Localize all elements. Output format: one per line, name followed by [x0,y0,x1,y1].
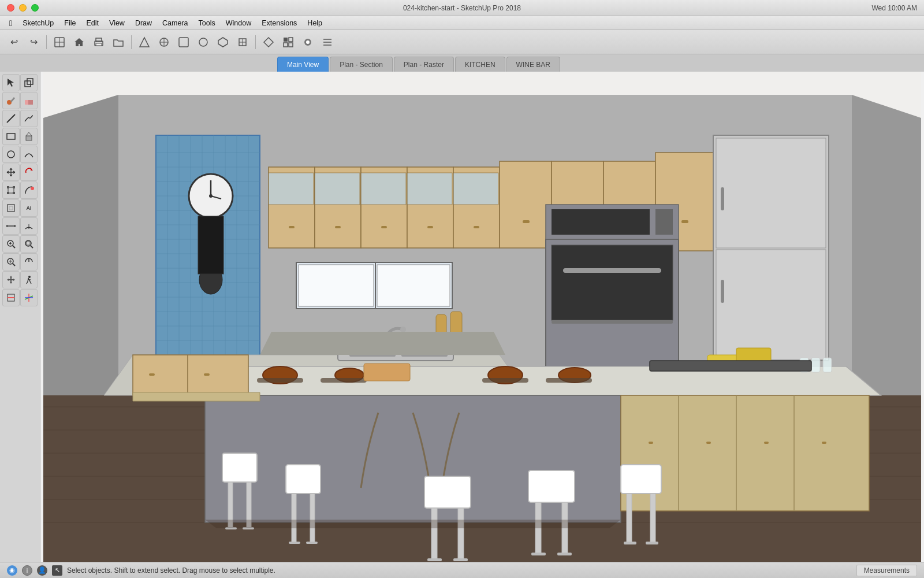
svg-marker-6 [140,38,149,47]
svg-rect-78 [289,226,295,228]
svg-rect-25 [7,134,15,139]
toolbar-btn10[interactable] [279,33,297,51]
tool-paint[interactable] [2,92,20,109]
menu-view[interactable]: View [105,18,129,28]
svg-rect-97 [552,245,673,320]
menu-help[interactable]: Help [303,18,327,28]
tab-main-view[interactable]: Main View [277,57,329,72]
svg-rect-5 [96,43,102,46]
tool-move[interactable] [2,164,20,181]
tool-section[interactable] [2,289,20,306]
svg-rect-82 [474,226,479,228]
svg-point-18 [306,40,310,44]
menu-edit[interactable]: Edit [81,18,103,28]
svg-rect-180 [321,378,367,383]
toolbar: ↩ ↪ [0,30,924,54]
menu-file[interactable]: File [59,18,80,28]
apple-menu[interactable]:  [5,17,17,29]
svg-rect-98 [563,268,661,273]
toolbar-btn4[interactable] [155,33,173,51]
svg-rect-164 [453,558,468,561]
svg-rect-181 [482,378,528,383]
toolbar-undo[interactable]: ↩ [5,33,23,51]
svg-rect-173 [624,542,636,544]
tool-prev-next[interactable] [20,253,38,271]
menu-window[interactable]: Window [221,18,256,28]
viewport[interactable] [40,72,924,562]
tool-tape[interactable] [2,217,20,235]
tool-zoom-window[interactable] [20,235,38,253]
tool-freehand[interactable] [20,110,38,127]
svg-marker-199 [133,392,260,401]
svg-rect-163 [427,558,442,561]
tool-axis[interactable] [20,289,38,306]
tab-plan-section[interactable]: Plan - Section [330,57,393,72]
svg-rect-146 [649,442,653,444]
tool-followme[interactable] [20,181,38,199]
tool-line[interactable] [2,110,20,127]
toolbar-newmodel[interactable] [50,33,69,51]
tool-select[interactable] [2,74,20,91]
tool-arc[interactable] [20,146,38,163]
menu-sketchup[interactable]: SketchUp [18,18,58,28]
toolbar-btn11[interactable] [299,33,317,51]
toolbar-open[interactable] [109,33,128,51]
tab-wine-bar[interactable]: WINE BAR [506,57,560,72]
svg-rect-76 [407,173,452,205]
menu-camera[interactable]: Camera [158,18,192,28]
toolbar-btn7[interactable] [214,33,232,51]
toolbar-btn9[interactable] [259,33,278,51]
svg-rect-147 [706,442,711,444]
svg-rect-32 [7,192,9,194]
toolbar-btn3[interactable] [135,33,154,51]
tool-component[interactable] [20,74,38,91]
close-button[interactable] [7,4,14,12]
toolbar-btn6[interactable] [194,33,213,51]
svg-rect-83 [500,161,552,248]
tool-zoom-extents[interactable] [2,253,20,271]
toolbar-home[interactable] [70,33,88,51]
toolbar-redo[interactable]: ↪ [24,33,43,51]
tool-push-pull[interactable] [20,128,38,145]
svg-rect-35 [8,205,14,212]
svg-rect-90 [681,220,688,223]
tool-protractor[interactable] [20,217,38,235]
tool-walk[interactable] [20,271,38,288]
tool-zoom[interactable] [2,235,20,253]
tool-eraser[interactable] [20,92,38,109]
tool-offset[interactable] [2,199,20,217]
tool-row-13 [2,289,38,306]
svg-rect-31 [13,186,15,188]
main-area: AI [0,72,924,562]
tool-rectangle[interactable] [2,128,20,145]
toolbar-btn12[interactable] [318,33,337,51]
tool-circle[interactable] [2,146,20,163]
minimize-button[interactable] [19,4,27,12]
tab-plan-raster[interactable]: Plan - Raster [394,57,454,72]
menu-tools[interactable]: Tools [194,18,220,28]
svg-rect-168 [531,553,546,555]
toolbar-print[interactable] [90,33,108,51]
tool-scale[interactable] [2,181,20,199]
menu-draw[interactable]: Draw [131,18,157,28]
toolbar-btn5[interactable] [174,33,193,51]
window-title: 024-kitchen-start - SketchUp Pro 2018 [403,4,521,12]
menubar:  SketchUp File Edit View Draw Camera To… [0,16,924,30]
maximize-button[interactable] [31,4,39,12]
svg-rect-137 [299,265,374,306]
toolbar-sep2 [131,35,132,49]
svg-rect-182 [546,378,592,383]
geo-icon: ◉ [7,565,17,576]
tab-kitchen[interactable]: KITCHEN [455,57,505,72]
titlebar: 024-kitchen-start - SketchUp Pro 2018 We… [0,0,924,16]
svg-point-34 [31,187,34,190]
toolbar-btn8[interactable] [233,33,252,51]
svg-rect-155 [286,465,321,494]
svg-rect-102 [655,209,673,235]
tool-ai[interactable]: AI [20,199,38,217]
menu-extensions[interactable]: Extensions [257,18,301,28]
tool-rotate[interactable] [20,164,38,181]
tool-pan[interactable] [2,271,20,288]
svg-rect-20 [27,79,33,84]
info-icon: i [22,565,32,576]
